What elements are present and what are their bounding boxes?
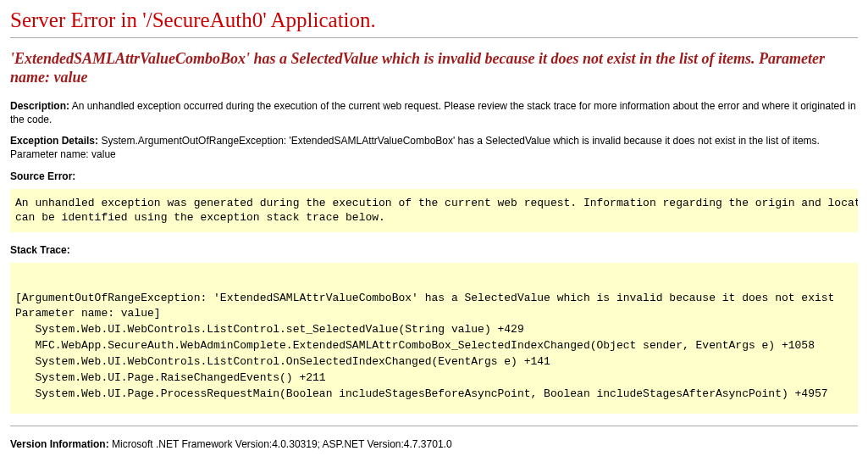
description-label: Description: xyxy=(10,100,69,112)
stack-trace-box: [ArgumentOutOfRangeException: 'ExtendedS… xyxy=(10,263,858,415)
page-title: Server Error in '/SecureAuth0' Applicati… xyxy=(10,8,858,32)
version-label: Version Information: xyxy=(10,438,109,450)
version-line: Version Information: Microsoft .NET Fram… xyxy=(10,438,858,450)
exception-label: Exception Details: xyxy=(10,135,98,147)
error-message: 'ExtendedSAMLAttrValueComboBox' has a Se… xyxy=(10,50,858,86)
description-line: Description: An unhandled exception occu… xyxy=(10,100,858,126)
exception-line: Exception Details: System.ArgumentOutOfR… xyxy=(10,135,858,161)
source-error-label: Source Error: xyxy=(10,170,858,182)
divider-bottom xyxy=(10,426,858,426)
divider-top xyxy=(10,37,858,38)
exception-text: System.ArgumentOutOfRangeException: 'Ext… xyxy=(10,135,820,160)
version-text: Microsoft .NET Framework Version:4.0.303… xyxy=(112,438,452,450)
source-error-box: An unhandled exception was generated dur… xyxy=(10,189,858,232)
stack-trace-label: Stack Trace: xyxy=(10,244,858,256)
description-text: An unhandled exception occurred during t… xyxy=(10,100,856,125)
